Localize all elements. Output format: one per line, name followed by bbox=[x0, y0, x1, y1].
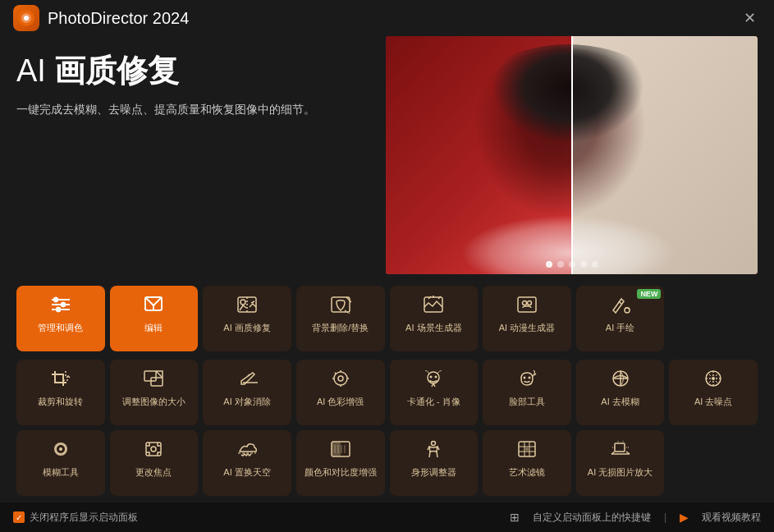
feature-crop[interactable]: 裁剪和旋转 bbox=[16, 360, 105, 425]
dot-5[interactable] bbox=[592, 261, 598, 268]
title-left: PhotoDirector 2024 bbox=[13, 5, 189, 31]
svg-point-35 bbox=[528, 377, 530, 379]
feature-ai-anime[interactable]: AI 动漫生成器 bbox=[483, 286, 571, 351]
title-bar: PhotoDirector 2024 ✕ bbox=[0, 0, 774, 36]
feature-ai-paint[interactable]: NEW AI 手绘 bbox=[576, 286, 665, 351]
bottom-left: ✓ 关闭程序后显示启动面板 bbox=[13, 511, 138, 525]
image-divider bbox=[571, 36, 573, 274]
ai-enlarge-icon bbox=[610, 440, 631, 461]
svg-line-21 bbox=[619, 301, 621, 304]
app-logo bbox=[13, 5, 39, 31]
color-contrast-icon bbox=[330, 440, 351, 461]
tutorial-link[interactable]: 观看视频教程 bbox=[702, 511, 761, 525]
color-contrast-label: 颜色和对比度增强 bbox=[305, 466, 377, 478]
feature-ai-scene[interactable]: AI 场景生成器 bbox=[390, 286, 479, 351]
ai-scene-icon bbox=[423, 296, 444, 317]
edit-icon bbox=[143, 296, 164, 317]
focus-icon bbox=[143, 440, 164, 461]
svg-point-13 bbox=[240, 300, 245, 305]
features-row-2: 裁剪和旋转 调整图像的大小 AI 对象消除 bbox=[0, 360, 774, 425]
ai-scene-label: AI 场景生成器 bbox=[405, 322, 461, 333]
feature-ai-enlarge[interactable]: AI 无损图片放大 bbox=[576, 430, 665, 496]
app-title: PhotoDirector 2024 bbox=[48, 9, 189, 28]
body-shape-icon bbox=[423, 440, 444, 461]
dots-indicator bbox=[546, 261, 598, 268]
dot-2[interactable] bbox=[557, 261, 564, 268]
svg-rect-49 bbox=[332, 442, 341, 456]
feature-ai-restore[interactable]: AI 画质修复 bbox=[203, 286, 291, 351]
svg-point-20 bbox=[527, 301, 531, 305]
dot-1[interactable] bbox=[546, 261, 552, 268]
ai-anime-label: AI 动漫生成器 bbox=[499, 322, 555, 333]
svg-point-50 bbox=[432, 442, 436, 446]
ai-sky-label: AI 置换天空 bbox=[223, 466, 270, 478]
svg-rect-24 bbox=[144, 371, 156, 381]
ai-paint-label: AI 手绘 bbox=[606, 322, 634, 333]
feature-art-filter[interactable]: 艺术滤镜 bbox=[483, 430, 571, 496]
feature-manage[interactable]: 管理和调色 bbox=[16, 286, 105, 351]
art-filter-label: 艺术滤镜 bbox=[509, 466, 545, 478]
feature-edit[interactable]: 编辑 bbox=[110, 286, 199, 351]
edit-label: 编辑 bbox=[144, 322, 163, 333]
feature-ai-erase[interactable]: AI 对象消除 bbox=[203, 360, 291, 425]
feature-face[interactable]: 脸部工具 bbox=[483, 360, 571, 425]
svg-point-33 bbox=[435, 376, 437, 378]
feature-focus[interactable]: 更改焦点 bbox=[110, 430, 199, 496]
hero-section: AI 画质修复 一键完成去模糊、去噪点、提高质量和恢复图像中的细节。 bbox=[0, 36, 774, 274]
hero-image bbox=[386, 36, 758, 274]
svg-point-58 bbox=[525, 447, 529, 451]
color-enhance-icon bbox=[330, 369, 351, 391]
art-filter-icon bbox=[516, 440, 538, 461]
dot-4[interactable] bbox=[580, 261, 587, 268]
ai-denoise-icon bbox=[703, 369, 724, 391]
svg-point-22 bbox=[625, 308, 630, 313]
feature-ai-deblur[interactable]: AI 去模糊 bbox=[576, 360, 665, 425]
svg-point-7 bbox=[61, 302, 66, 307]
ai-label: AI bbox=[16, 53, 46, 88]
body-shape-label: 身形调整器 bbox=[411, 466, 456, 478]
dot-3[interactable] bbox=[569, 261, 575, 268]
checkbox-show-startup[interactable]: ✓ bbox=[13, 511, 25, 523]
ai-denoise-label: AI 去噪点 bbox=[694, 396, 732, 407]
feature-ai-denoise[interactable]: AI 去噪点 bbox=[669, 360, 758, 425]
close-button[interactable]: ✕ bbox=[738, 7, 761, 30]
svg-point-6 bbox=[53, 297, 58, 302]
crop-label: 裁剪和旋转 bbox=[38, 396, 83, 407]
feature-ai-sky[interactable]: AI 置换天空 bbox=[203, 430, 291, 496]
feature-bg-remove[interactable]: 背景删除/替换 bbox=[296, 286, 385, 351]
svg-line-39 bbox=[709, 374, 711, 376]
blur-tool-icon bbox=[50, 440, 71, 461]
svg-point-29 bbox=[334, 372, 347, 385]
ai-enlarge-label: AI 无损图片放大 bbox=[588, 466, 653, 478]
manage-label: 管理和调色 bbox=[38, 322, 83, 333]
svg-point-34 bbox=[523, 377, 525, 379]
svg-point-8 bbox=[56, 307, 61, 312]
features-row-1: 管理和调色 编辑 AI 画质修复 bbox=[0, 274, 774, 360]
svg-line-41 bbox=[709, 381, 711, 383]
svg-point-32 bbox=[430, 376, 433, 378]
ai-sky-icon bbox=[236, 440, 258, 461]
svg-point-47 bbox=[151, 447, 156, 452]
svg-rect-59 bbox=[615, 443, 625, 452]
ai-restore-label: AI 画质修复 bbox=[223, 322, 270, 333]
feature-blur-tool[interactable]: 模糊工具 bbox=[16, 430, 105, 496]
feature-resize[interactable]: 调整图像的大小 bbox=[110, 360, 199, 425]
cartoon-label: 卡通化 - 肖像 bbox=[407, 396, 460, 407]
svg-rect-25 bbox=[151, 378, 163, 386]
svg-point-2 bbox=[24, 16, 29, 21]
bottom-right: ⊞ 自定义启动面板上的快捷键 | ▶ 观看视频教程 bbox=[510, 511, 761, 525]
svg-point-38 bbox=[712, 377, 715, 380]
grid-icon: ⊞ bbox=[510, 511, 520, 524]
feature-color-enhance[interactable]: AI 色彩增强 bbox=[296, 360, 385, 425]
hero-title: AI 画质修复 bbox=[16, 53, 369, 90]
feature-body-shape[interactable]: 身形调整器 bbox=[390, 430, 479, 496]
resize-icon bbox=[143, 369, 164, 391]
bottom-bar: ✓ 关闭程序后显示启动面板 ⊞ 自定义启动面板上的快捷键 | ▶ 观看视频教程 bbox=[0, 502, 774, 532]
color-enhance-label: AI 色彩增强 bbox=[317, 396, 364, 407]
feature-cartoon[interactable]: 卡通化 - 肖像 bbox=[390, 360, 479, 425]
shortcut-link[interactable]: 自定义启动面板上的快捷键 bbox=[533, 511, 651, 525]
svg-rect-18 bbox=[518, 297, 536, 312]
bg-remove-icon bbox=[330, 296, 351, 317]
svg-line-51 bbox=[429, 452, 430, 457]
feature-color-contrast[interactable]: 颜色和对比度增强 bbox=[296, 430, 385, 496]
